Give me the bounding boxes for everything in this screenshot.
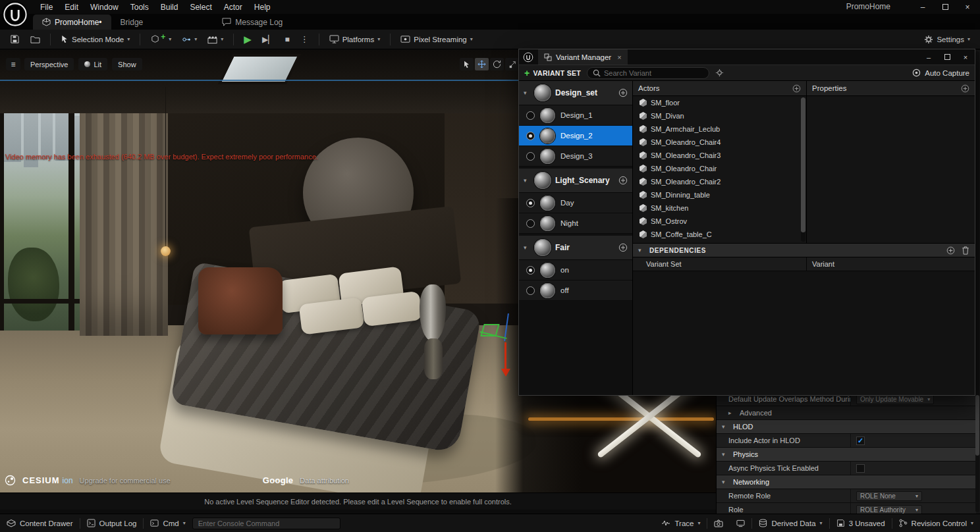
menu-build[interactable]: Build	[155, 1, 184, 13]
selection-mode-dropdown[interactable]: Selection Mode ▾	[57, 32, 134, 47]
menu-help[interactable]: Help	[248, 1, 277, 13]
frame-skip-button[interactable]: ▶▏	[258, 32, 278, 47]
play-button[interactable]: ▶	[240, 32, 256, 47]
cinematics-button[interactable]: ▾	[204, 32, 227, 47]
variant-radio[interactable]	[526, 266, 535, 275]
variant-row-night[interactable]: Night	[519, 213, 632, 234]
menu-window[interactable]: Window	[84, 1, 124, 13]
actor-row[interactable]: SM_Oleandro_Chair2	[633, 175, 800, 188]
variant-search-input[interactable]	[604, 69, 703, 77]
variant-radio[interactable]	[526, 111, 535, 120]
settings-dropdown[interactable]: Settings ▾	[920, 32, 974, 47]
actor-row[interactable]: SM_Armchair_Leclub	[633, 122, 800, 136]
tab-close-icon[interactable]: ×	[617, 53, 621, 61]
actor-row[interactable]: SM_Dinning_table	[633, 188, 800, 201]
dependencies-col-variant[interactable]: Variant	[807, 260, 834, 268]
blueprints-button[interactable]: ▾	[178, 32, 201, 47]
add-variant-icon[interactable]	[618, 176, 628, 185]
rotate-tool-button[interactable]	[490, 58, 504, 70]
show-dropdown[interactable]: Show	[112, 58, 142, 70]
pixel-streaming-dropdown[interactable]: Pixel Streaming ▾	[396, 32, 477, 47]
unreal-logo-icon[interactable]	[2, 1, 28, 27]
actor-row[interactable]: SM_Divan	[633, 109, 800, 122]
vm-minimize-button[interactable]: –	[919, 49, 938, 65]
output-log-button[interactable]: Output Log	[80, 514, 144, 532]
cesium-upgrade-link[interactable]: Upgrade for commercial use	[80, 477, 171, 485]
console-command-input[interactable]	[192, 518, 340, 529]
auto-capture-button[interactable]: Auto Capture	[912, 68, 969, 77]
add-property-icon[interactable]	[961, 84, 969, 93]
variant-radio[interactable]	[526, 286, 535, 295]
tab-message-log[interactable]: Message Log	[213, 14, 292, 30]
content-drawer-button[interactable]: Content Drawer	[0, 514, 80, 532]
variant-manager-tab[interactable]: Variant Manager ×	[538, 49, 628, 65]
vm-maximize-button[interactable]	[938, 49, 956, 65]
variant-row-day[interactable]: Day	[519, 193, 632, 213]
delete-dependency-icon[interactable]	[962, 246, 969, 255]
advanced-expander[interactable]: ▸ Advanced	[717, 406, 976, 420]
select-tool-button[interactable]	[460, 58, 474, 70]
actor-row[interactable]: SM_Oleandro_Chair4	[633, 136, 800, 149]
menu-actor[interactable]: Actor	[218, 1, 248, 13]
actor-row[interactable]: SM_floor	[633, 96, 800, 109]
category-hlod[interactable]: ▾ HLOD	[717, 420, 976, 434]
tab-bridge[interactable]: Bridge	[111, 14, 153, 30]
actor-row[interactable]: SM_Oleandro_Chair	[633, 162, 800, 175]
cesium-brand[interactable]: CESIUM	[22, 475, 60, 485]
screenshot-button[interactable]	[707, 519, 730, 527]
chevron-down-icon[interactable]: ▾	[524, 90, 530, 96]
stop-button[interactable]: ■	[281, 32, 293, 47]
actor-row[interactable]: SM_kitchen	[633, 201, 800, 215]
dependencies-col-variant-set[interactable]: Variant Set	[633, 257, 807, 271]
variant-radio[interactable]	[526, 152, 535, 161]
add-variant-set-button[interactable]: + VARIANT SET	[524, 68, 581, 78]
move-tool-button[interactable]	[475, 58, 489, 70]
data-attribution-link[interactable]: Data attribution	[300, 477, 349, 485]
remote-role-dropdown[interactable]: ROLE None▾	[856, 491, 922, 501]
perspective-dropdown[interactable]: Perspective	[24, 58, 74, 70]
role-dropdown[interactable]: ROLE Authority▾	[856, 505, 922, 514]
tab-promohome[interactable]: PromoHome•	[33, 14, 111, 30]
category-physics[interactable]: ▾ Physics	[717, 448, 976, 462]
capture-settings-icon[interactable]	[715, 68, 724, 77]
variant-search-box[interactable]	[587, 67, 709, 79]
variant-set-header[interactable]: ▾ Light_Scenary	[519, 169, 632, 193]
actor-row[interactable]: SM_Oleandro_Chair3	[633, 149, 800, 162]
cmd-dropdown[interactable]: Cmd ▾	[144, 514, 192, 532]
trace-dropdown[interactable]: Trace ▾	[655, 519, 707, 527]
play-options-button[interactable]: ⋮	[296, 32, 313, 47]
include-actor-hlod-checkbox[interactable]: ✓	[856, 437, 865, 445]
save-button[interactable]	[6, 32, 24, 47]
chevron-down-icon[interactable]: ▾	[524, 244, 530, 251]
content-browser-button[interactable]	[26, 32, 44, 47]
dependencies-header-bar[interactable]: ▾ DEPENDENCIES	[633, 243, 975, 257]
details-scrollbar[interactable]	[975, 51, 979, 512]
platforms-dropdown[interactable]: Platforms ▾	[325, 32, 385, 47]
menu-edit[interactable]: Edit	[59, 1, 84, 13]
variant-row-on[interactable]: on	[519, 260, 632, 280]
async-physics-checkbox[interactable]	[856, 464, 865, 473]
view-mode-dropdown[interactable]: Lit	[78, 58, 107, 70]
variant-row-design3[interactable]: Design_3	[519, 146, 632, 167]
add-variant-icon[interactable]	[618, 243, 628, 252]
variant-manager-titlebar[interactable]: Variant Manager × – ×	[519, 49, 975, 65]
menu-file[interactable]: File	[34, 1, 59, 13]
category-networking[interactable]: ▾ Networking	[717, 475, 976, 489]
actor-row[interactable]: SM_Coffe_table_C	[633, 228, 800, 241]
variant-set-header[interactable]: ▾ Design_set	[519, 81, 632, 105]
variant-set-header[interactable]: ▾ Fair	[519, 236, 632, 260]
chevron-down-icon[interactable]: ▾	[524, 177, 530, 184]
add-variant-icon[interactable]	[618, 88, 628, 97]
variant-row-off[interactable]: off	[519, 280, 632, 301]
variant-radio[interactable]	[526, 219, 535, 228]
derived-data-dropdown[interactable]: Derived Data ▾	[752, 519, 829, 527]
add-actor-icon[interactable]	[792, 84, 801, 93]
actor-row[interactable]: SM_Ostrov	[633, 215, 800, 228]
close-button[interactable]: ×	[956, 0, 979, 14]
menu-tools[interactable]: Tools	[124, 1, 155, 13]
variant-radio[interactable]	[526, 132, 535, 140]
actors-scrollbar[interactable]	[801, 97, 805, 242]
scale-tool-button[interactable]	[505, 58, 519, 70]
unsaved-button[interactable]: 3 Unsaved	[830, 519, 892, 527]
maximize-button[interactable]	[934, 0, 956, 14]
